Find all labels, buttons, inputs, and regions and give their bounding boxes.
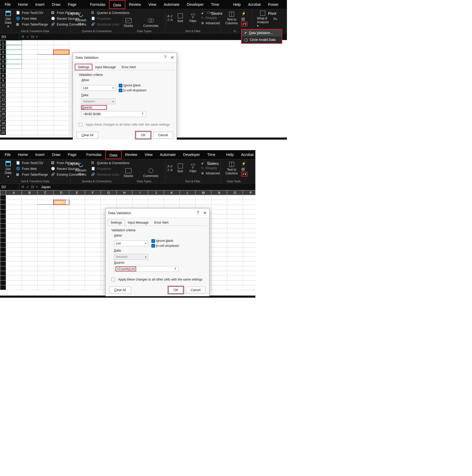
from-web[interactable]: 🌐From Web: [15, 166, 49, 171]
cell[interactable]: [38, 111, 53, 116]
cell[interactable]: [227, 205, 243, 209]
cell[interactable]: [85, 285, 101, 290]
menu-help[interactable]: Help: [222, 150, 237, 159]
cell[interactable]: [227, 281, 243, 285]
cell[interactable]: [38, 92, 53, 97]
cell[interactable]: [69, 247, 85, 252]
cell[interactable]: [38, 228, 53, 233]
filter-button[interactable]: Filter: [187, 13, 199, 23]
cell[interactable]: [243, 247, 256, 252]
cell[interactable]: [227, 262, 243, 266]
menu-insert[interactable]: Insert: [32, 150, 48, 159]
filter-button[interactable]: Filter: [187, 163, 199, 173]
cell[interactable]: [85, 209, 101, 214]
cell[interactable]: [53, 219, 69, 224]
cell[interactable]: [22, 262, 38, 266]
cell[interactable]: [53, 214, 69, 219]
name-box[interactable]: D3: [0, 33, 19, 40]
reapply-filter[interactable]: ↻Reapply: [200, 16, 221, 20]
cell[interactable]: [227, 214, 243, 219]
cell[interactable]: [22, 209, 38, 214]
cell[interactable]: [101, 200, 117, 205]
cell[interactable]: [22, 111, 38, 116]
get-data-button[interactable]: Get Data ▾: [2, 10, 14, 28]
cell[interactable]: [38, 40, 53, 45]
cell[interactable]: [85, 214, 101, 219]
cell[interactable]: [164, 195, 180, 200]
flash-fill-icon[interactable]: ⚡: [241, 161, 247, 166]
cell[interactable]: [6, 224, 22, 228]
cell[interactable]: [211, 247, 227, 252]
refresh-all-button[interactable]: Refresh All ▾: [73, 160, 89, 177]
cell[interactable]: [227, 257, 243, 262]
cell[interactable]: [227, 233, 243, 238]
cell[interactable]: [227, 276, 243, 281]
sort-az-icon[interactable]: A↓Z: [167, 165, 173, 168]
cell[interactable]: [53, 40, 69, 45]
cell[interactable]: Country: [6, 40, 22, 45]
cell[interactable]: [243, 224, 256, 228]
dropdown-arrow-icon[interactable]: ▾: [65, 200, 69, 205]
cell[interactable]: [38, 257, 53, 262]
menu-time-savers[interactable]: Time Savers: [203, 150, 222, 159]
cell[interactable]: [22, 92, 38, 97]
circle-invalid-menu-item[interactable]: ◯Circle Invalid Data: [242, 36, 282, 43]
cell[interactable]: [6, 97, 22, 102]
cell[interactable]: [38, 59, 53, 64]
cell[interactable]: [6, 252, 22, 257]
cell[interactable]: [53, 281, 69, 285]
cell[interactable]: Japan: [6, 45, 22, 50]
cell[interactable]: [53, 243, 69, 247]
cell[interactable]: [6, 92, 22, 97]
menu-insert[interactable]: Insert: [32, 0, 48, 9]
cell[interactable]: [38, 102, 53, 107]
advanced-filter[interactable]: ⚙Advanced: [200, 171, 221, 176]
menu-developer[interactable]: Developer: [180, 150, 204, 159]
range-picker-icon[interactable]: ⭱: [174, 267, 177, 271]
sort-za-icon[interactable]: Z↓A: [167, 18, 173, 21]
cell[interactable]: [211, 266, 227, 271]
cell[interactable]: [69, 205, 85, 209]
menu-page-layout[interactable]: Page Layout: [64, 150, 83, 159]
cell[interactable]: [22, 59, 38, 64]
cell[interactable]: [38, 209, 53, 214]
col-header[interactable]: B: [22, 190, 38, 195]
source-input[interactable]: =$A$2:$A$6⭱: [81, 111, 146, 117]
cell[interactable]: [211, 233, 227, 238]
tab-input-message[interactable]: Input Message: [125, 219, 151, 225]
cell[interactable]: [38, 88, 53, 92]
menu-automate[interactable]: Automate: [156, 150, 180, 159]
close-icon[interactable]: ✕: [171, 55, 174, 60]
cell[interactable]: [53, 285, 69, 290]
incell-dropdown-check[interactable]: ✓ In-cell dropdown: [119, 89, 146, 92]
enter-fx-icon[interactable]: ✓: [26, 34, 29, 39]
text-to-columns[interactable]: Text to Columns: [223, 10, 240, 26]
cell[interactable]: [53, 224, 69, 228]
col-header[interactable]: F: [85, 190, 101, 195]
menu-automate[interactable]: Automate: [160, 0, 183, 9]
cell[interactable]: USA: [6, 59, 22, 64]
cell[interactable]: [69, 219, 85, 224]
cell[interactable]: [85, 228, 101, 233]
currencies-type[interactable]: Currencies: [141, 168, 161, 178]
from-text-csv[interactable]: 📄From Text/CSV: [15, 10, 49, 16]
cell[interactable]: [53, 73, 69, 78]
cell[interactable]: [69, 266, 85, 271]
cell[interactable]: [211, 262, 227, 266]
cell[interactable]: [243, 209, 256, 214]
cell[interactable]: [6, 107, 22, 111]
cell[interactable]: [243, 228, 256, 233]
cell[interactable]: [22, 228, 38, 233]
sort-az-icon[interactable]: A↓Z: [167, 14, 173, 18]
col-header[interactable]: O: [227, 190, 243, 195]
cell[interactable]: [69, 281, 85, 285]
cell[interactable]: [38, 126, 53, 130]
cell[interactable]: [22, 116, 38, 121]
cell[interactable]: [227, 252, 243, 257]
cell[interactable]: [38, 205, 53, 209]
cell[interactable]: [53, 130, 69, 135]
cell[interactable]: [6, 78, 22, 83]
cell[interactable]: [38, 238, 53, 243]
data-validation-split[interactable]: ✔▾: [241, 22, 247, 26]
cell[interactable]: [243, 214, 256, 219]
